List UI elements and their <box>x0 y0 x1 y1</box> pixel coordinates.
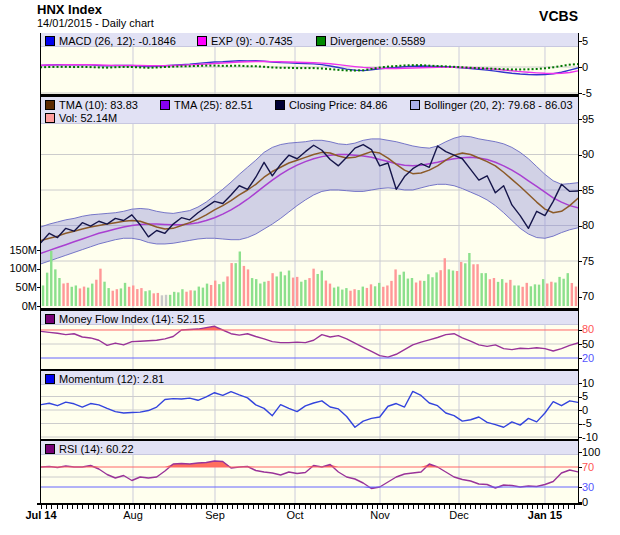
legend-label: Closing Price: 84.86 <box>289 99 387 111</box>
legend-item-main: TMA (10): 83.83 <box>45 98 138 111</box>
y-axis-tick <box>578 261 582 262</box>
legend-swatch-icon <box>197 36 207 46</box>
legend-swatch-icon <box>316 36 326 46</box>
y-axis-label: 0 <box>582 405 618 416</box>
volume-axis-label: 100M <box>2 263 37 274</box>
legend-label: EXP (9): -0.7435 <box>211 35 293 47</box>
legend-label: Divergence: 0.5589 <box>330 35 425 47</box>
legend-item-main: Vol: 52.14M <box>45 111 117 124</box>
y-axis-label: -10 <box>582 432 618 443</box>
y-axis-label: 20 <box>582 353 618 364</box>
brand-logo: VCBS <box>0 8 578 24</box>
y-axis-tick <box>578 344 582 345</box>
legend-label: RSI (14): 60.22 <box>59 443 134 455</box>
y-axis-label: 5 <box>582 391 618 402</box>
y-axis-label: 80 <box>582 324 618 335</box>
y-axis-label: 100 <box>582 447 618 458</box>
volume-axis-tick <box>37 269 41 270</box>
y-axis-label: 50 <box>582 339 618 350</box>
legend-swatch-icon <box>45 374 55 384</box>
legend-label: Vol: 52.14M <box>59 112 117 124</box>
y-axis-label: 30 <box>582 482 618 493</box>
y-axis-tick <box>578 41 582 42</box>
panel-separator <box>40 439 579 441</box>
y-axis-label: 75 <box>582 256 618 267</box>
main-plot <box>41 97 578 308</box>
x-axis-label: Aug <box>123 509 143 521</box>
y-axis-label: 5 <box>582 36 618 47</box>
y-axis-tick <box>578 502 582 503</box>
x-axis-label: Dec <box>449 509 469 521</box>
legend-label: TMA (25): 82.51 <box>174 99 253 111</box>
volume-axis-label: 0M <box>2 301 37 312</box>
legend-item-mom: Momentum (12): 2.81 <box>45 372 164 385</box>
volume-axis-label: 50M <box>2 282 37 293</box>
y-axis-tick <box>578 397 582 398</box>
x-axis-ticks <box>41 505 578 509</box>
legend-item-macd: MACD (26, 12): -0.1846 <box>45 34 176 47</box>
panel-mfi: Money Flow Index (14): 52.15 <box>40 311 579 369</box>
panel-separator <box>40 94 579 97</box>
legend-swatch-icon <box>45 314 55 324</box>
legend-item-macd: EXP (9): -0.7435 <box>197 34 293 47</box>
y-axis-tick <box>578 437 582 438</box>
legend-swatch-icon <box>45 100 55 110</box>
legend-main: TMA (10): 83.83TMA (25): 82.51Closing Pr… <box>41 97 578 124</box>
legend-label: Money Flow Index (14): 52.15 <box>59 313 205 325</box>
legend-macd: MACD (26, 12): -0.1846EXP (9): -0.7435Di… <box>41 33 578 47</box>
panel-separator <box>40 369 579 371</box>
y-axis-tick <box>578 297 582 298</box>
legend-mfi: Money Flow Index (14): 52.15 <box>41 311 578 325</box>
legend-label: TMA (10): 83.83 <box>59 99 138 111</box>
legend-label: Bollinger (20, 2): 79.68 - 86.03 <box>424 99 573 111</box>
legend-item-mfi: Money Flow Index (14): 52.15 <box>45 312 205 325</box>
y-axis-label: 10 <box>582 378 618 389</box>
y-axis-tick <box>578 119 582 120</box>
legend-swatch-icon <box>45 36 55 46</box>
y-axis-label: 70 <box>582 462 618 473</box>
volume-axis-label: 150M <box>2 245 37 256</box>
volume-axis-tick <box>37 306 41 307</box>
y-axis-label: -5 <box>582 418 618 429</box>
y-axis-label: 70 <box>582 291 618 302</box>
legend-item-macd: Divergence: 0.5589 <box>316 34 425 47</box>
volume-axis-tick <box>37 250 41 251</box>
legend-rsi: RSI (14): 60.22 <box>41 441 578 455</box>
y-axis-label: 85 <box>582 185 618 196</box>
legend-swatch-icon <box>160 100 170 110</box>
y-axis-tick <box>578 410 582 411</box>
legend-item-rsi: RSI (14): 60.22 <box>45 442 134 455</box>
panel-macd: MACD (26, 12): -0.1846EXP (9): -0.7435Di… <box>40 33 579 94</box>
x-axis-label: Sep <box>205 509 225 521</box>
y-axis-label: 0 <box>582 497 618 508</box>
y-axis-tick <box>578 226 582 227</box>
legend-swatch-icon <box>45 444 55 454</box>
panel-rsi: RSI (14): 60.22 <box>40 441 579 503</box>
y-axis-tick <box>578 452 582 453</box>
page: { "header": { "title": "HNX Index", "sub… <box>0 0 620 535</box>
y-axis-label: -5 <box>582 88 618 99</box>
legend-swatch-icon <box>275 100 285 110</box>
legend-swatch-icon <box>45 113 55 123</box>
legend-item-main: TMA (25): 82.51 <box>160 98 253 111</box>
legend-label: MACD (26, 12): -0.1846 <box>59 35 176 47</box>
y-axis-tick <box>578 190 582 191</box>
x-axis-label: Oct <box>286 509 303 521</box>
volume-axis-tick <box>37 287 41 288</box>
y-axis-tick <box>578 467 582 468</box>
y-axis-tick <box>578 155 582 156</box>
y-axis-tick <box>578 358 582 359</box>
x-axis-label: Nov <box>370 509 390 521</box>
panel-separator <box>40 308 579 311</box>
y-axis-tick <box>578 383 582 384</box>
legend-item-main: Closing Price: 84.86 <box>275 98 387 111</box>
panel-main: TMA (10): 83.83TMA (25): 82.51Closing Pr… <box>40 97 579 308</box>
legend-item-main: Bollinger (20, 2): 79.68 - 86.03 <box>410 98 573 111</box>
y-axis-tick <box>578 67 582 68</box>
panel-mom: Momentum (12): 2.81 <box>40 371 579 439</box>
y-axis-label: 0 <box>582 62 618 73</box>
y-axis-label: 80 <box>582 220 618 231</box>
y-axis-tick <box>578 424 582 425</box>
y-axis-label: 90 <box>582 149 618 160</box>
y-axis-label: 95 <box>582 114 618 125</box>
